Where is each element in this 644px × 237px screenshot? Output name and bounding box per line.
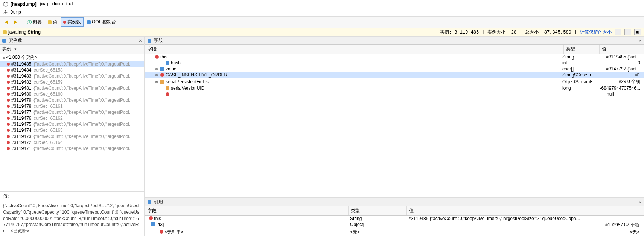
field-icon [160,73,164,77]
close-icon[interactable]: × [139,38,142,44]
fields-tree[interactable]: thisString#3119485 {"act...hashint0⊞valu… [145,54,644,197]
instance-row[interactable]: #3119478curSec_65161 [0,103,144,109]
instance-icon [7,93,10,96]
ref-row[interactable]: <无引用><无><无> [145,229,644,236]
instance-count: 实例: 3,119,485 [440,29,479,35]
oql-icon [87,20,91,24]
instances-pane: 实例数 × 实例 ▾ ⊟<1,000 个实例> #3119485{"active… [0,37,145,236]
instance-icon [7,105,10,108]
arrow-right-icon [14,20,17,24]
ref-icon [149,216,153,220]
instance-icon [7,81,10,84]
subtitle: 堆 Dump [0,8,644,17]
close-icon[interactable]: × [639,199,642,205]
instance-row[interactable]: #3119484curSec_65158 [0,67,144,73]
instance-icon [7,75,10,78]
refs-tree[interactable]: thisString#3119485 {"activeCount":0,"kee… [145,216,644,236]
instance-row[interactable]: #3119485{"activeCount":0,"keepAliveTime"… [0,61,144,67]
title-group: [heapdump] [11,2,37,7]
instance-icon [7,87,10,90]
instance-row[interactable]: #3119474curSec_65163 [0,127,144,133]
view-btn-3[interactable]: ◧ [634,29,641,35]
col-field[interactable]: 字段 [145,206,349,215]
view-btn-1[interactable]: ⊞ [615,29,621,35]
field-row[interactable]: ⊞valuechar[]#3147797 {"act... [145,66,644,72]
window-title-bar: [heapdump] jmap_dump.txt [0,0,644,8]
expander-icon[interactable]: ⊞ [154,80,159,84]
references-pane: 引用 × 字段 类型 值 thisString#3119485 {"active… [145,197,644,236]
instance-tree[interactable]: ⊟<1,000 个实例> #3119485{"activeCount":0,"k… [0,54,144,191]
expander-icon[interactable]: ⊞ [154,73,159,77]
col-type[interactable]: 类型 [349,206,407,215]
field-icon [166,92,169,96]
instance-icon [7,141,10,144]
oql-button[interactable]: OQL 控制台 [84,17,119,27]
instance-row[interactable]: #3119482curSec_65159 [0,79,144,85]
instance-icon [7,111,10,114]
summary-button[interactable]: i概要 [24,17,44,27]
field-row[interactable]: ⊞serialPersistentFieldsObjectStreamF...#… [145,78,644,85]
view-btn-2[interactable]: ⊟ [624,29,631,35]
compute-retained-link[interactable]: 计算保留的大小 [580,29,612,35]
instance-icon [7,117,10,120]
nav-forward-button[interactable] [11,19,20,26]
instances-button[interactable]: 实例数 [61,17,84,27]
instance-icon [7,69,10,72]
expander-icon[interactable]: ⊟ [2,55,6,60]
pane-icon [2,39,6,43]
refs-title: 引用 [154,199,163,205]
pane-icon [148,200,151,204]
instance-icon [7,129,10,132]
field-icon [166,61,169,65]
ref-row[interactable]: thisString#3119485 {"activeCount":0,"kee… [145,216,644,222]
col-field[interactable]: 字段 [145,45,564,54]
instance-icon [7,147,10,150]
main-toolbar: i概要 类 实例数 OQL 控制台 [0,17,644,28]
instance-row[interactable]: #3119479{"activeCount":0,"keepAliveTime"… [0,97,144,103]
separator [22,19,22,26]
field-row[interactable]: hashint0 [145,60,644,66]
instance-icon [63,21,66,24]
field-row[interactable]: null [145,91,644,97]
instance-row[interactable]: #3119483{"activeCount":0,"keepAliveTime"… [0,73,144,79]
class-icon [48,20,52,24]
expander-icon[interactable]: ⊞ [154,67,159,71]
instance-row[interactable]: #3119472curSec_65164 [0,139,144,145]
col-type[interactable]: 类型 [564,45,600,54]
instance-size: 实例大小: 28 [487,29,516,35]
instance-row[interactable]: #3119475{"activeCount":0,"keepAliveTime"… [0,121,144,127]
classes-button[interactable]: 类 [45,17,60,27]
instance-row[interactable]: #3119476curSec_65162 [0,115,144,121]
nav-back-button[interactable] [2,19,11,26]
loading-icon [3,2,8,7]
class-icon [3,30,7,34]
value-panel: 值: {"activeCount":0,"keepAliveTime":0,"l… [0,191,144,236]
value-header: 值: [3,193,141,201]
instance-row[interactable]: #3119477{"activeCount":0,"keepAliveTime"… [0,109,144,115]
instance-row[interactable]: #3119480curSec_65160 [0,91,144,97]
field-icon [160,67,164,71]
instance-row[interactable]: #3119471{"activeCount":0,"keepAliveTime"… [0,145,144,151]
col-instance[interactable]: 实例 ▾ [0,45,144,54]
field-icon [155,55,159,59]
ref-icon [151,222,155,226]
close-icon[interactable]: × [639,38,642,44]
class-name: java.lang.String [8,29,41,35]
col-value[interactable]: 值 [407,206,644,215]
col-value[interactable]: 值 [600,45,644,54]
field-row[interactable]: thisString#3119485 {"act... [145,54,644,60]
separator: | [519,29,522,35]
instance-icon [7,135,10,138]
instance-row[interactable]: #3119481{"activeCount":0,"keepAliveTime"… [0,85,144,91]
ref-row[interactable]: ⊟ [43]Object[]#102957 87 个项 [145,222,644,229]
tree-root[interactable]: ⊟<1,000 个实例> [0,54,144,61]
pane-icon [148,39,151,43]
instance-row[interactable]: #3119473{"activeCount":0,"keepAliveTime"… [0,133,144,139]
field-row[interactable]: ⊞CASE_INSENSITIVE_ORDERString$CaseIn...#… [145,72,644,78]
separator: | [574,29,577,35]
field-row[interactable]: serialVersionUIDlong-68497944707546... [145,85,644,91]
title-file: jmap_dump.txt [39,2,74,7]
arrow-left-icon [5,20,8,24]
total-size: 总大小: 87,345,580 [525,29,571,35]
field-icon [166,86,169,90]
